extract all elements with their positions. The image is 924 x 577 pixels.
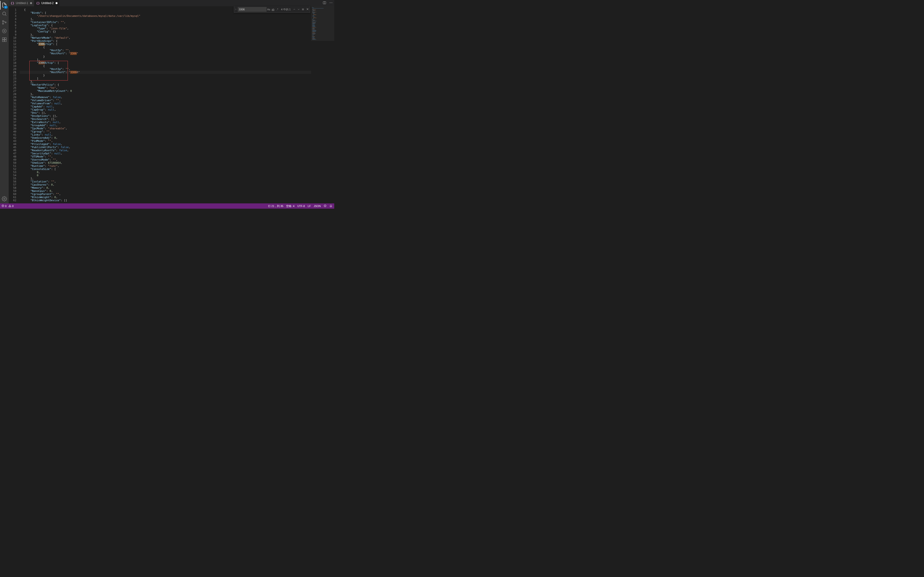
activity-settings[interactable] bbox=[0, 195, 9, 203]
code-line[interactable]: "CapAdd": null, bbox=[20, 105, 311, 108]
code-line[interactable]: 0, bbox=[20, 171, 311, 174]
code-line[interactable]: ], bbox=[20, 18, 311, 21]
svg-point-13 bbox=[330, 3, 330, 3]
code-line[interactable]: "ExtraHosts": null, bbox=[20, 121, 311, 124]
code-line[interactable]: "Runtime": "runc", bbox=[20, 164, 311, 168]
code-line[interactable]: ] bbox=[20, 77, 311, 80]
find-close-button[interactable] bbox=[305, 8, 310, 11]
activity-explorer[interactable]: 2 bbox=[0, 1, 9, 10]
svg-point-10 bbox=[3, 198, 5, 200]
find-widget: Aa ab .* 4 中的 1 bbox=[234, 6, 310, 13]
find-selection-toggle[interactable] bbox=[301, 7, 305, 11]
code-line[interactable]: "ConsoleSize": [ bbox=[20, 168, 311, 171]
code-line[interactable]: }, bbox=[20, 80, 311, 83]
find-case-toggle[interactable]: Aa bbox=[267, 7, 271, 11]
activity-search[interactable] bbox=[0, 10, 9, 18]
minimap[interactable] bbox=[311, 6, 334, 203]
code-line[interactable]: "/Users/zhangyalin/Documents/databases/m… bbox=[20, 15, 311, 18]
code-line[interactable]: "DnsOptions": [], bbox=[20, 114, 311, 118]
code-line[interactable]: "3306/tcp": [ bbox=[20, 43, 311, 46]
code-line[interactable]: "ContainerIDFile": "", bbox=[20, 21, 311, 24]
code-line[interactable]: "33060/tcp": [ bbox=[20, 61, 311, 64]
find-regex-toggle[interactable]: .* bbox=[275, 7, 279, 11]
code-line[interactable]: "HostPort": "3306" bbox=[20, 52, 311, 55]
code-line[interactable]: "HostIp": "", bbox=[20, 49, 311, 52]
code-line[interactable]: "Dns": [], bbox=[20, 111, 311, 114]
line-number-gutter: 1234567891011121314151617181920212223242… bbox=[9, 6, 20, 203]
code-editor[interactable]: { "Binds": [ "/Users/zhangyalin/Document… bbox=[20, 6, 311, 203]
code-line[interactable]: "CpuShares": 0, bbox=[20, 183, 311, 186]
code-line[interactable]: "LogConfig": { bbox=[20, 24, 311, 27]
code-line[interactable]: "Type": "json-file", bbox=[20, 27, 311, 30]
find-wholeword-toggle[interactable]: ab bbox=[271, 7, 275, 11]
code-line[interactable]: }, bbox=[20, 93, 311, 96]
code-line[interactable]: "RestartPolicy": { bbox=[20, 83, 311, 86]
code-line[interactable]: "PortBindings": { bbox=[20, 39, 311, 43]
status-language[interactable]: JSON bbox=[314, 205, 321, 208]
code-line[interactable]: "Privileged": false, bbox=[20, 143, 311, 146]
code-line[interactable]: "UTSMode": "", bbox=[20, 155, 311, 158]
code-line[interactable]: { bbox=[20, 46, 311, 49]
code-line[interactable]: "NanoCpus": 0, bbox=[20, 189, 311, 193]
extensions-icon bbox=[2, 37, 7, 43]
code-line[interactable]: }, bbox=[20, 33, 311, 36]
status-bar: 0 0 行 21，列 35 空格: 4 UTF-8 LF JSON bbox=[0, 203, 334, 209]
code-line[interactable]: "SecurityOpt": null, bbox=[20, 152, 311, 155]
code-line[interactable]: "Isolation": "", bbox=[20, 180, 311, 183]
split-editor-button[interactable] bbox=[323, 1, 326, 5]
code-line[interactable]: "PublishAllPorts": false, bbox=[20, 146, 311, 149]
status-indentation[interactable]: 空格: 4 bbox=[286, 205, 294, 208]
code-line[interactable]: "AutoRemove": false, bbox=[20, 96, 311, 99]
tab-untitled-1[interactable]: {} Untitled-1 bbox=[9, 0, 34, 6]
code-line[interactable]: 0 bbox=[20, 174, 311, 177]
code-line[interactable]: "HostIp": "", bbox=[20, 68, 311, 71]
code-line[interactable]: "Cgroup": "", bbox=[20, 130, 311, 133]
svg-rect-7 bbox=[5, 37, 6, 39]
status-cursor-position[interactable]: 行 21，列 35 bbox=[268, 205, 283, 208]
status-feedback[interactable] bbox=[324, 205, 326, 208]
code-line[interactable]: "UsernsMode": "", bbox=[20, 158, 311, 161]
status-errors[interactable]: 0 bbox=[2, 205, 6, 208]
tab-bar: {} Untitled-1 {} Untitled-2 bbox=[9, 0, 334, 6]
code-line[interactable]: "VolumeDriver": "", bbox=[20, 99, 311, 102]
find-prev-button[interactable] bbox=[292, 7, 296, 11]
code-line[interactable]: "ShmSize": 67108864, bbox=[20, 161, 311, 164]
status-notifications[interactable] bbox=[330, 205, 332, 208]
code-line[interactable]: "BlkioWeight": 0, bbox=[20, 196, 311, 199]
code-line[interactable]: "Links": null, bbox=[20, 133, 311, 136]
code-line[interactable]: "PidMode": "", bbox=[20, 139, 311, 143]
code-line[interactable]: "CapDrop": null, bbox=[20, 108, 311, 111]
activity-extensions[interactable] bbox=[0, 35, 9, 44]
more-actions-button[interactable] bbox=[329, 1, 333, 5]
code-line[interactable]: "Memory": 0, bbox=[20, 186, 311, 189]
code-line[interactable]: "DnsSearch": [], bbox=[20, 118, 311, 121]
code-line[interactable]: ], bbox=[20, 177, 311, 180]
tab-untitled-2[interactable]: {} Untitled-2 bbox=[34, 0, 60, 6]
find-expand-toggle[interactable] bbox=[234, 6, 238, 13]
svg-point-14 bbox=[331, 3, 331, 3]
status-eol[interactable]: LF bbox=[308, 205, 311, 208]
code-line[interactable]: "HostPort": "33060" bbox=[20, 71, 311, 74]
code-line[interactable]: } bbox=[20, 74, 311, 77]
status-encoding[interactable]: UTF-8 bbox=[297, 205, 305, 208]
status-warnings[interactable]: 0 bbox=[8, 205, 13, 208]
activity-debug[interactable] bbox=[0, 27, 9, 35]
code-line[interactable]: "CgroupParent": "", bbox=[20, 193, 311, 196]
code-line[interactable]: "ReadonlyRootfs": false, bbox=[20, 149, 311, 152]
activity-source-control[interactable] bbox=[0, 18, 9, 27]
code-line[interactable]: "BlkioWeightDevice": [] bbox=[20, 199, 311, 202]
find-count: 4 中的 1 bbox=[281, 8, 291, 11]
code-line[interactable]: "MaximumRetryCount": 0 bbox=[20, 89, 311, 93]
code-line[interactable]: "IpcMode": "shareable", bbox=[20, 127, 311, 130]
code-line[interactable]: "Config": {} bbox=[20, 30, 311, 33]
code-line[interactable]: ], bbox=[20, 58, 311, 61]
code-line[interactable]: "VolumesFrom": null, bbox=[20, 102, 311, 105]
code-line[interactable]: { bbox=[20, 64, 311, 68]
code-line[interactable]: "NetworkMode": "default", bbox=[20, 36, 311, 39]
code-line[interactable]: "Name": "no", bbox=[20, 86, 311, 89]
find-input[interactable] bbox=[238, 7, 267, 12]
code-line[interactable]: "GroupAdd": null, bbox=[20, 124, 311, 127]
code-line[interactable]: } bbox=[20, 55, 311, 58]
find-next-button[interactable] bbox=[296, 7, 301, 11]
code-line[interactable]: "OomScoreAdj": 0, bbox=[20, 136, 311, 139]
